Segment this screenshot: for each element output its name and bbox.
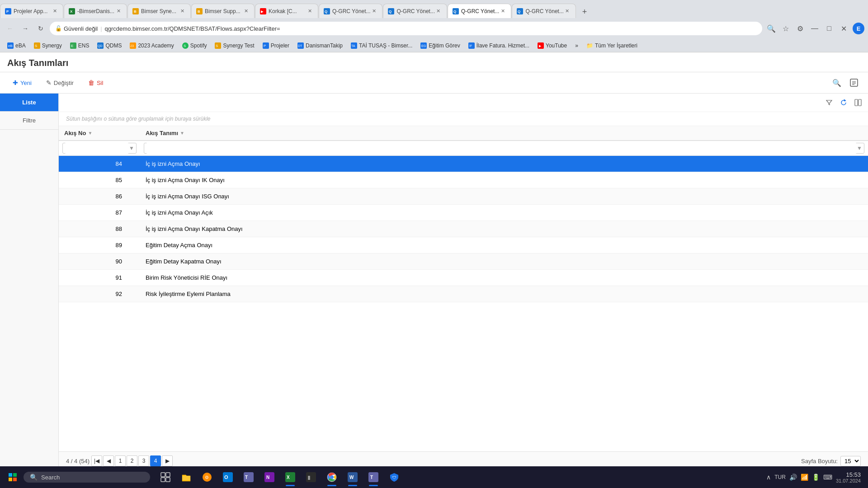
tab-close-9[interactable]: ✕ — [564, 8, 571, 15]
col-no-sort-icon[interactable]: ▼ — [88, 131, 92, 136]
tab-liste[interactable]: Liste — [0, 94, 58, 112]
browser-tab-6[interactable]: Q Q-GRC Yönet... ✕ — [319, 4, 382, 18]
onenote-button[interactable]: N — [259, 467, 279, 487]
extensions-icon[interactable]: ⚙ — [794, 22, 807, 35]
table-row[interactable]: 92 Risk İyileştirme Eylemi Planlama — [59, 286, 868, 302]
table-row[interactable]: 88 İç iş izni Açma Onayı Kapatma Onayı — [59, 221, 868, 237]
bookmark-icon[interactable]: ☆ — [779, 22, 792, 35]
table-row[interactable]: 91 Birim Risk Yöneticisi RİE Onayı — [59, 270, 868, 286]
svg-text:E: E — [71, 44, 73, 48]
tab-close-7[interactable]: ✕ — [435, 8, 442, 15]
table-row[interactable]: 89 Eğitim Detay Açma Onayı — [59, 237, 868, 253]
dark-app-button[interactable]: || — [301, 467, 321, 487]
volume-icon[interactable]: 🔊 — [789, 474, 797, 481]
browser-tab-7[interactable]: Q Q-GRC Yönet... ✕ — [383, 4, 447, 18]
tab-close-1[interactable]: ✕ — [51, 8, 58, 15]
columns-icon[interactable] — [852, 96, 864, 109]
export-action-icon[interactable] — [847, 76, 861, 89]
new-button[interactable]: ✚ Yeni — [7, 76, 37, 89]
bookmark-danismantakip[interactable]: DT DanismanTakip — [294, 42, 346, 50]
bookmark-synergy-test[interactable]: S Synergy Test — [211, 42, 258, 50]
widgets-button[interactable]: ⚙ — [197, 467, 217, 487]
security-app-button[interactable]: 🛡 — [384, 467, 404, 487]
tab-filtre[interactable]: Filtre — [0, 112, 58, 130]
browser-tab-8[interactable]: Q Q-GRC Yönet... ✕ — [448, 4, 511, 18]
page-size-select[interactable]: 15 25 50 — [840, 456, 861, 466]
filter-no-btn[interactable]: ▼ — [129, 145, 134, 151]
bookmark-projeler[interactable]: P Projeler — [259, 42, 293, 50]
file-explorer-button[interactable] — [176, 467, 196, 487]
bookmark-eba[interactable]: eB eBA — [4, 42, 29, 50]
page-3-btn[interactable]: 3 — [138, 455, 149, 466]
table-row[interactable]: 87 İç iş izni Açma Onayı Açık — [59, 205, 868, 221]
tab-close-3[interactable]: ✕ — [179, 8, 186, 15]
search-browser-icon[interactable]: 🔍 — [765, 22, 778, 35]
tab-close-4[interactable]: ✕ — [242, 8, 250, 15]
forward-button[interactable]: → — [19, 22, 32, 35]
bookmarks-folder[interactable]: 📁 Tüm Yer İşaretleri — [583, 42, 641, 50]
filter-tanim-btn[interactable]: ▼ — [857, 145, 862, 151]
browser-tab-2[interactable]: X -BimserDanis... ✕ — [64, 4, 127, 18]
start-button[interactable] — [4, 468, 22, 486]
browser-tab-3[interactable]: B Bimser Syne... ✕ — [127, 4, 191, 18]
page-2-btn[interactable]: 2 — [127, 455, 137, 466]
tab-close-2[interactable]: ✕ — [115, 8, 122, 15]
page-prev-btn[interactable]: ◀ — [103, 455, 114, 466]
teams-button[interactable]: T — [239, 467, 259, 487]
edit-button[interactable]: ✎ Değiştir — [41, 76, 79, 89]
table-row[interactable]: 86 İç iş izni Açma Onayı ISG Onayı — [59, 188, 868, 205]
browser-tab-5[interactable]: ▶ Korkak [C... ✕ — [255, 4, 318, 18]
word-button[interactable]: W — [343, 467, 363, 487]
chevron-up-icon[interactable]: ∧ — [766, 474, 771, 481]
filter-tanim-input[interactable] — [146, 143, 857, 154]
tab-close-8[interactable]: ✕ — [499, 8, 506, 15]
minimize-icon[interactable]: — — [808, 22, 821, 35]
taskbar-search[interactable]: 🔍 Search — [24, 472, 150, 483]
bookmark-spotify[interactable]: S Spotify — [179, 42, 211, 50]
address-url: qgrcdemo.bimser.com.tr/QDMSNET/BSAT/Flow… — [105, 25, 280, 32]
excel-button[interactable]: X — [280, 467, 300, 487]
search-action-icon[interactable]: 🔍 — [830, 76, 844, 89]
table-row[interactable]: 85 İç iş izni Açma Onayı IK Onayı — [59, 172, 868, 188]
table-row[interactable]: 90 Eğitim Detay Kapatma Onayı — [59, 253, 868, 270]
keyboard-icon[interactable]: ⌨ — [823, 474, 832, 481]
new-tab-button[interactable]: + — [578, 5, 591, 18]
bookmark-synergy[interactable]: S Synergy — [30, 42, 66, 50]
bookmark-egitim[interactable]: EG Eğitim Görev — [417, 42, 463, 50]
address-input[interactable]: 🔓 Güvenli değil | qgrcdemo.bimser.com.tr… — [50, 22, 762, 35]
delete-button[interactable]: 🗑 Sil — [83, 76, 108, 89]
outlook-button[interactable]: O — [218, 467, 238, 487]
profile-button[interactable]: E — [853, 23, 864, 34]
page-1-btn[interactable]: 1 — [115, 455, 126, 466]
bookmarks-more-button[interactable]: » — [571, 42, 582, 50]
filter-no-input[interactable] — [65, 143, 129, 154]
refresh-button[interactable]: ↻ — [34, 22, 47, 35]
refresh-table-icon[interactable] — [837, 96, 850, 109]
back-button[interactable]: ← — [4, 22, 16, 35]
tab-close-6[interactable]: ✕ — [370, 8, 377, 15]
page-first-btn[interactable]: |◀ — [91, 455, 102, 466]
teams2-button[interactable]: T — [363, 467, 383, 487]
close-window-icon[interactable]: ✕ — [837, 22, 850, 35]
table-row[interactable]: 84 İç iş izni Açma Onayı — [59, 156, 868, 172]
col-tanim-sort-icon[interactable]: ▼ — [180, 131, 184, 136]
battery-icon[interactable]: 🔋 — [812, 474, 820, 481]
page-4-btn[interactable]: 4 — [150, 455, 161, 466]
browser-tab-4[interactable]: B Bimser Supp... ✕ — [191, 4, 255, 18]
filter-icon[interactable] — [823, 96, 835, 109]
page-next-btn[interactable]: ▶ — [162, 455, 173, 466]
browser-tab-1[interactable]: P Projeler App... ✕ — [0, 4, 63, 18]
taskview-button[interactable] — [156, 467, 175, 487]
bookmark-qdms[interactable]: QD QDMS — [94, 42, 125, 50]
maximize-icon[interactable]: □ — [823, 22, 835, 35]
bookmark-tai[interactable]: TA TAİ TUSAŞ - Bimser... — [347, 42, 416, 50]
bookmark-2023[interactable]: 23 2023 Academy — [126, 42, 177, 50]
network-icon[interactable]: 📶 — [801, 474, 808, 481]
browser-tab-9[interactable]: Q Q-GRC Yönet... ✕ — [512, 4, 576, 18]
tab-close-5[interactable]: ✕ — [306, 8, 313, 15]
taskbar-clock[interactable]: 15:53 31.07.2024 — [836, 471, 861, 483]
chrome-button[interactable] — [322, 467, 342, 487]
bookmark-ilave[interactable]: İF İlave Fatura. Hizmet... — [465, 42, 533, 50]
bookmark-youtube[interactable]: ▶ YouTube — [534, 42, 571, 50]
bookmark-ens[interactable]: E ENS — [66, 42, 93, 50]
